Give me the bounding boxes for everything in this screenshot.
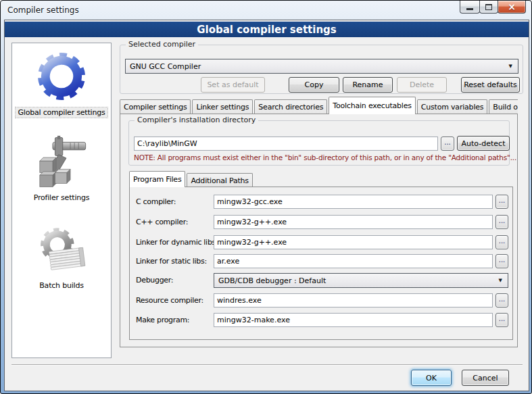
linker-static-browse-button[interactable]: ... [495, 254, 508, 268]
installation-directory-browse-button[interactable]: ... [441, 137, 454, 151]
maximize-button[interactable] [479, 1, 498, 14]
debugger-select-value: GDB/CDB debugger : Default [218, 276, 326, 285]
window-title: Compiler settings [7, 5, 79, 15]
tab-linker-settings[interactable]: Linker settings [192, 99, 253, 114]
sidebar-item-global-compiler-settings[interactable]: Global compiler settings [16, 49, 107, 118]
c-compiler-input[interactable] [214, 195, 493, 209]
linker-static-input[interactable] [214, 254, 493, 268]
delete-button[interactable]: Delete [397, 77, 447, 93]
sidebar-item-label: Batch builds [37, 280, 86, 291]
tab-search-directories[interactable]: Search directories [254, 99, 327, 114]
resource-compiler-input[interactable] [214, 293, 493, 307]
auto-detect-button[interactable]: Auto-detect [457, 136, 510, 151]
tab-custom-variables[interactable]: Custom variables [417, 99, 488, 114]
settings-sidebar: Global compiler settings [11, 43, 112, 358]
minimize-icon [466, 8, 473, 10]
debugger-select[interactable]: GDB/CDB debugger : Default ▼ [214, 273, 508, 288]
ok-button[interactable]: OK [411, 370, 452, 386]
linker-dynamic-label: Linker for dynamic libs: [136, 238, 218, 247]
compiler-select-value: GNU GCC Compiler [130, 62, 201, 71]
main-tabstrip: Compiler settings Linker settings Search… [120, 97, 518, 114]
cpp-compiler-label: C++ compiler: [136, 218, 188, 226]
compiler-settings-dialog: Compiler settings × Global compiler sett… [0, 0, 532, 394]
resource-compiler-browse-button[interactable]: ... [495, 293, 508, 307]
maximize-icon [485, 4, 492, 10]
c-compiler-label: C compiler: [136, 197, 176, 206]
installation-note: NOTE: All programs must exist either in … [134, 153, 516, 162]
tab-build-options[interactable]: Build options [489, 99, 518, 114]
installation-directory-group-label: Compiler's installation directory [135, 116, 258, 124]
copy-button[interactable]: Copy [289, 77, 339, 93]
linker-static-label: Linker for static libs: [136, 257, 207, 266]
sidebar-item-profiler-settings[interactable]: Profiler settings [32, 135, 92, 203]
sidebar-item-label: Profiler settings [32, 193, 92, 203]
resource-compiler-label: Resource compiler: [136, 296, 203, 305]
blue-gear-icon [34, 49, 89, 104]
cpp-compiler-browse-button[interactable]: ... [495, 215, 508, 229]
sidebar-item-label: Global compiler settings [16, 107, 107, 118]
linker-dynamic-input[interactable] [214, 235, 493, 249]
make-program-input[interactable] [214, 313, 493, 327]
cpp-compiler-input[interactable] [214, 215, 493, 229]
compiler-select[interactable]: GNU GCC Compiler ▼ [125, 59, 518, 74]
page-title: Global compiler settings [5, 22, 529, 37]
cancel-button[interactable]: Cancel [462, 370, 509, 386]
footer-divider [11, 364, 523, 366]
tab-compiler-settings[interactable]: Compiler settings [120, 99, 191, 114]
installation-directory-input[interactable] [134, 137, 438, 151]
chevron-down-icon: ▼ [509, 64, 514, 69]
caliper-icon [34, 135, 89, 189]
sidebar-item-batch-builds[interactable]: Batch builds [34, 224, 89, 291]
dialog-client-area: Global compiler settings [4, 20, 529, 391]
subtab-program-files[interactable]: Program Files [129, 171, 185, 187]
linker-dynamic-browse-button[interactable]: ... [495, 235, 508, 249]
close-icon: × [508, 2, 516, 11]
subtab-additional-paths[interactable]: Additional Paths [187, 173, 252, 187]
reset-defaults-button[interactable]: Reset defaults [461, 77, 520, 93]
program-files-tabstrip: Program Files Additional Paths [129, 171, 508, 187]
toolchain-executables-panel: Compiler's installation directory ... Au… [120, 114, 518, 347]
caption-buttons: × [460, 1, 526, 14]
rename-button[interactable]: Rename [343, 77, 393, 93]
selected-compiler-group-label: Selected compiler [126, 40, 198, 49]
chevron-down-icon: ▼ [499, 278, 504, 283]
close-button[interactable]: × [498, 1, 526, 14]
minimize-button[interactable] [460, 1, 480, 14]
gear-stack-icon [34, 224, 89, 277]
make-program-browse-button[interactable]: ... [495, 313, 508, 327]
make-program-label: Make program: [136, 316, 189, 324]
titlebar[interactable]: Compiler settings × [1, 1, 531, 20]
tab-toolchain-executables[interactable]: Toolchain executables [329, 97, 416, 114]
program-files-panel: C compiler: ... C++ compiler: ... Linker… [129, 187, 513, 340]
set-as-default-button[interactable]: Set as default [201, 77, 265, 93]
debugger-label: Debugger: [136, 276, 173, 285]
c-compiler-browse-button[interactable]: ... [495, 195, 508, 209]
